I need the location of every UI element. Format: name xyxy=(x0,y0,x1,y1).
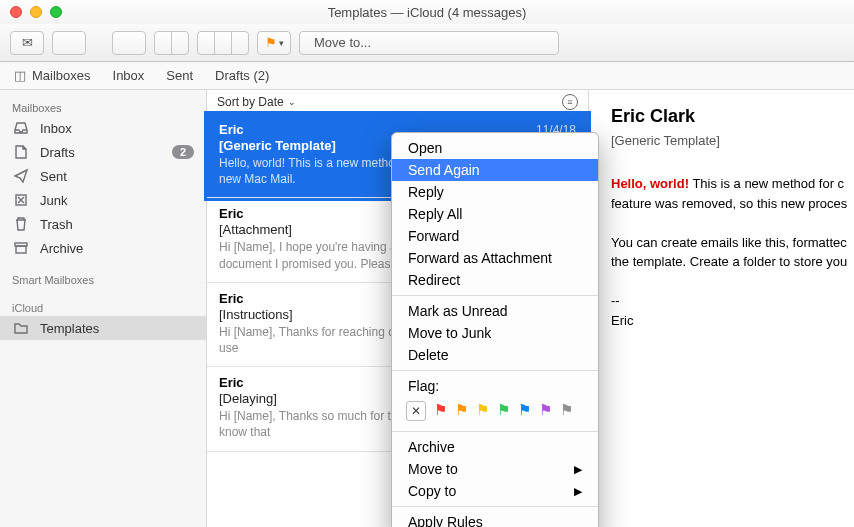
reply-all-button[interactable] xyxy=(215,32,232,54)
sidebar-heading-mailboxes: Mailboxes xyxy=(0,96,206,116)
ctx-flag-purple[interactable]: ⚑ xyxy=(539,401,552,421)
chevron-down-icon: ▾ xyxy=(279,38,284,48)
ctx-flag-orange[interactable]: ⚑ xyxy=(455,401,468,421)
window-title: Templates — iCloud (4 messages) xyxy=(0,5,854,20)
submenu-arrow-icon: ▶ xyxy=(574,485,582,498)
archive-icon xyxy=(12,240,30,256)
ctx-delete[interactable]: Delete xyxy=(392,344,598,366)
sidebar-item-junk[interactable]: Junk xyxy=(0,188,206,212)
ctx-forward-attachment[interactable]: Forward as Attachment xyxy=(392,247,598,269)
ctx-flag-green[interactable]: ⚑ xyxy=(497,401,510,421)
sidebar-item-trash[interactable]: Trash xyxy=(0,212,206,236)
zoom-window-button[interactable] xyxy=(50,6,62,18)
sidebar: Mailboxes Inbox Drafts2 Sent Junk Trash … xyxy=(0,90,207,527)
junk-button[interactable] xyxy=(172,32,188,54)
ctx-move-to[interactable]: Move to▶ xyxy=(392,458,598,480)
flag-icon: ⚑ xyxy=(265,35,277,50)
ctx-flag-row: ✕ ⚑ ⚑ ⚑ ⚑ ⚑ ⚑ ⚑ xyxy=(392,397,598,427)
close-window-button[interactable] xyxy=(10,6,22,18)
sidebar-item-inbox[interactable]: Inbox xyxy=(0,116,206,140)
move-to-button[interactable]: Move to... xyxy=(299,31,559,55)
ctx-reply-all[interactable]: Reply All xyxy=(392,203,598,225)
move-to-label: Move to... xyxy=(314,35,371,50)
delete-junk-group xyxy=(154,31,189,55)
ctx-flag-gray[interactable]: ⚑ xyxy=(560,401,573,421)
ctx-open[interactable]: Open xyxy=(392,137,598,159)
sort-bar: Sort by Date⌄ ≡ xyxy=(207,90,588,114)
sent-icon xyxy=(12,168,30,184)
sidebar-item-sent[interactable]: Sent xyxy=(0,164,206,188)
ctx-flag-none[interactable]: ✕ xyxy=(406,401,426,421)
fav-inbox[interactable]: Inbox xyxy=(113,68,145,83)
filter-icon: ≡ xyxy=(567,97,572,107)
preview-from: Eric Clark xyxy=(611,106,854,127)
compose-button[interactable] xyxy=(52,31,86,55)
delete-button[interactable] xyxy=(155,32,172,54)
sidebar-heading-icloud: iCloud xyxy=(0,296,206,316)
forward-button[interactable] xyxy=(232,32,248,54)
get-mail-button[interactable]: ✉︎ xyxy=(10,31,44,55)
archive-button[interactable] xyxy=(112,31,146,55)
chevron-down-icon: ⌄ xyxy=(288,97,296,107)
ctx-mark-unread[interactable]: Mark as Unread xyxy=(392,300,598,322)
ctx-flag-blue[interactable]: ⚑ xyxy=(518,401,531,421)
ctx-forward[interactable]: Forward xyxy=(392,225,598,247)
ctx-redirect[interactable]: Redirect xyxy=(392,269,598,291)
ctx-flag-label: Flag: xyxy=(392,375,598,397)
titlebar: Templates — iCloud (4 messages) xyxy=(0,0,854,24)
reply-button[interactable] xyxy=(198,32,215,54)
envelope-icon: ✉︎ xyxy=(22,35,33,50)
fav-drafts[interactable]: Drafts (2) xyxy=(215,68,269,83)
trash-icon xyxy=(12,216,30,232)
minimize-window-button[interactable] xyxy=(30,6,42,18)
sidebar-toggle-icon: ◫ xyxy=(14,68,26,83)
sort-by-button[interactable]: Sort by Date⌄ xyxy=(217,95,296,109)
toolbar: ✉︎ ⚑▾ Move to... xyxy=(0,24,854,62)
reply-group xyxy=(197,31,249,55)
ctx-flag-red[interactable]: ⚑ xyxy=(434,401,447,421)
fav-mailboxes[interactable]: ◫Mailboxes xyxy=(14,68,91,83)
preview-pane: Eric Clark [Generic Template] Hello, wor… xyxy=(589,90,854,527)
drafts-badge: 2 xyxy=(172,145,194,159)
favorites-bar: ◫Mailboxes Inbox Sent Drafts (2) xyxy=(0,62,854,90)
window-controls xyxy=(10,6,62,18)
filter-button[interactable]: ≡ xyxy=(562,94,578,110)
ctx-reply[interactable]: Reply xyxy=(392,181,598,203)
preview-hello: Hello, world! xyxy=(611,176,689,191)
ctx-archive[interactable]: Archive xyxy=(392,436,598,458)
flag-button[interactable]: ⚑▾ xyxy=(257,31,291,55)
ctx-apply-rules[interactable]: Apply Rules xyxy=(392,511,598,527)
ctx-copy-to[interactable]: Copy to▶ xyxy=(392,480,598,502)
ctx-send-again[interactable]: Send Again xyxy=(392,159,598,181)
preview-subject: [Generic Template] xyxy=(611,133,854,148)
sidebar-heading-smart: Smart Mailboxes xyxy=(0,268,206,288)
sidebar-item-archive[interactable]: Archive xyxy=(0,236,206,260)
svg-rect-5 xyxy=(16,246,26,253)
folder-icon xyxy=(12,320,30,336)
submenu-arrow-icon: ▶ xyxy=(574,463,582,476)
sidebar-item-templates[interactable]: Templates xyxy=(0,316,206,340)
drafts-icon xyxy=(12,144,30,160)
preview-body: Hello, world! This is a new method for c… xyxy=(611,174,854,330)
junk-icon xyxy=(12,192,30,208)
fav-sent[interactable]: Sent xyxy=(166,68,193,83)
sidebar-item-drafts[interactable]: Drafts2 xyxy=(0,140,206,164)
ctx-flag-yellow[interactable]: ⚑ xyxy=(476,401,489,421)
inbox-icon xyxy=(12,120,30,136)
context-menu: Open Send Again Reply Reply All Forward … xyxy=(391,132,599,527)
ctx-move-to-junk[interactable]: Move to Junk xyxy=(392,322,598,344)
